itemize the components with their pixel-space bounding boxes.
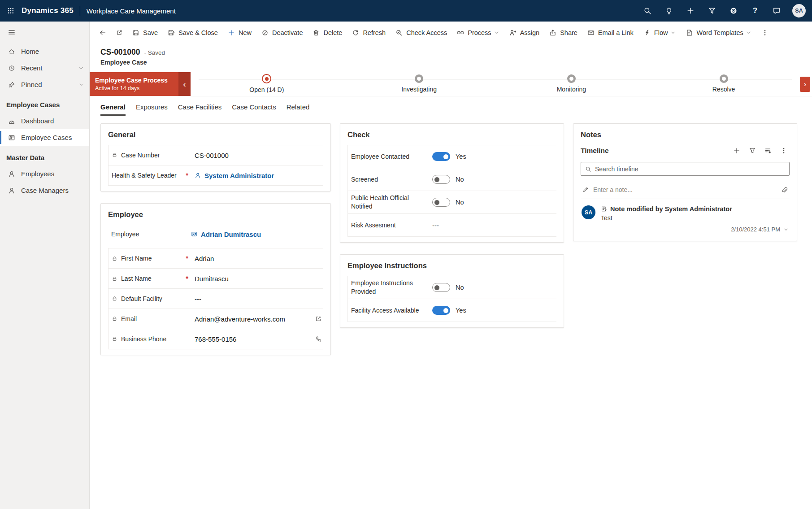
field-first-name[interactable]: First Name * Adrian: [109, 248, 323, 269]
chevron-down-icon[interactable]: [78, 82, 84, 87]
sidebar-group-master-data: Master Data: [0, 146, 89, 165]
bpf-collapse-button[interactable]: ‹: [178, 72, 191, 96]
tab-general[interactable]: General: [100, 103, 126, 116]
sidebar-item-employee-cases[interactable]: Employee Cases: [0, 129, 89, 146]
toggle-facility-access-available[interactable]: [432, 306, 450, 315]
stage-icon: [567, 74, 576, 83]
toggle-employee-instructions-provided[interactable]: [432, 283, 450, 292]
person-icon: [8, 187, 15, 194]
avatar[interactable]: SA: [792, 4, 806, 17]
timeline-note-item[interactable]: SA Note modified by System Administrator…: [581, 199, 790, 235]
lock-icon: [112, 316, 117, 322]
suggestions-button[interactable]: [660, 1, 678, 20]
tab-case-facilities[interactable]: Case Facilities: [178, 103, 222, 116]
person-icon: [8, 170, 15, 178]
toggle-screened[interactable]: [432, 175, 450, 184]
sitemap-toggle-button[interactable]: [8, 28, 16, 36]
bpf-stage-resolve[interactable]: Resolve: [672, 74, 775, 93]
sidebar-item-recent[interactable]: Recent: [0, 60, 89, 76]
page-header: CS-001000 - Saved Employee Case: [90, 44, 812, 70]
field-risk-assesment[interactable]: Risk Assesment ---: [348, 214, 556, 237]
compose-email-button[interactable]: [315, 316, 321, 322]
record-id: CS-001000: [100, 48, 140, 57]
call-phone-button[interactable]: [315, 336, 321, 342]
attach-file-button[interactable]: [781, 186, 788, 193]
lock-icon: [112, 296, 117, 301]
chevron-down-icon: [746, 30, 751, 35]
flow-button[interactable]: Flow: [638, 25, 681, 41]
sidebar-item-label: Case Managers: [21, 187, 69, 194]
word-templates-button[interactable]: Word Templates: [681, 25, 756, 41]
app-name: Dynamics 365: [22, 6, 74, 15]
settings-button[interactable]: [724, 1, 743, 20]
toggle-public-health-official-notified[interactable]: [432, 198, 450, 207]
bpf-process-badge[interactable]: Employee Case Process Active for 14 days: [90, 72, 178, 96]
dashboard-gauge-icon: [8, 117, 15, 125]
note-input[interactable]: [593, 186, 776, 193]
process-button[interactable]: Process: [452, 25, 504, 41]
popout-button[interactable]: [111, 25, 127, 41]
sidebar-item-label: Home: [21, 48, 39, 55]
chevron-down-icon[interactable]: [78, 65, 84, 71]
deactivate-button[interactable]: Deactivate: [256, 25, 308, 41]
search-button[interactable]: [638, 1, 657, 20]
refresh-button[interactable]: Refresh: [347, 25, 391, 41]
field-email[interactable]: Email Adrian@adventure-works.com: [109, 309, 323, 329]
sidebar-item-label: Employee Cases: [21, 134, 72, 141]
timeline-add-button[interactable]: [731, 145, 743, 157]
share-button[interactable]: Share: [544, 25, 582, 41]
more-vertical-icon: [761, 29, 769, 36]
chat-button[interactable]: [767, 1, 786, 20]
lookup-link[interactable]: Adrian Dumitrascu: [201, 231, 261, 238]
paperclip-icon: [781, 186, 788, 193]
back-button[interactable]: [94, 25, 111, 41]
bpf-stage-monitoring[interactable]: Monitoring: [520, 74, 623, 93]
field-last-name[interactable]: Last Name * Dumitrascu: [109, 269, 323, 289]
timeline-more-button[interactable]: [778, 145, 790, 157]
field-case-number[interactable]: Case Number CS-001000: [109, 145, 323, 165]
timeline-search[interactable]: [581, 162, 790, 176]
bpf-next-stage-button[interactable]: ›: [800, 77, 810, 92]
more-commands-button[interactable]: [756, 25, 773, 41]
filter-button[interactable]: [703, 1, 721, 20]
quick-create-button[interactable]: [681, 1, 700, 20]
help-button[interactable]: ?: [746, 1, 764, 20]
field-employee-lookup[interactable]: Employee Adrian Dumitrascu: [108, 225, 323, 244]
tab-related[interactable]: Related: [287, 103, 310, 116]
timeline-expand-records-button[interactable]: [762, 145, 774, 157]
sidebar-item-dashboard[interactable]: Dashboard: [0, 113, 89, 129]
save-and-close-button[interactable]: Save & Close: [163, 25, 223, 41]
app-area-name[interactable]: Workplace Care Management: [87, 7, 176, 15]
sidebar-item-home[interactable]: Home: [0, 43, 89, 60]
sidebar-item-case-managers[interactable]: Case Managers: [0, 182, 89, 199]
stage-icon: [720, 74, 728, 83]
toggle-employee-contacted[interactable]: [432, 152, 450, 161]
sidebar-item-employees[interactable]: Employees: [0, 165, 89, 182]
field-default-facility[interactable]: Default Facility ---: [109, 289, 323, 309]
note-input-row: [581, 180, 790, 199]
lookup-link[interactable]: System Administrator: [204, 172, 274, 179]
word-template-icon: [686, 29, 693, 36]
sidebar-item-pinned[interactable]: Pinned: [0, 76, 89, 93]
chat-icon: [773, 7, 781, 15]
home-icon: [8, 48, 15, 55]
sitemap-sidebar: Home Recent Pinned Employee Cases Dashbo…: [0, 22, 90, 509]
general-card: General Case Number CS-001000 Health & S…: [100, 123, 331, 191]
check-access-button[interactable]: Check Access: [391, 25, 452, 41]
bpf-stage-investigating[interactable]: Investigating: [368, 74, 471, 93]
topbar-left: Dynamics 365 Workplace Care Management: [0, 0, 176, 22]
bpf-stage-open[interactable]: Open (14 D): [215, 74, 318, 93]
chevron-down-icon[interactable]: [783, 227, 789, 232]
field-health-safety-leader[interactable]: Health & Safety Leader * System Administ…: [109, 165, 323, 186]
tab-case-contacts[interactable]: Case Contacts: [232, 103, 276, 116]
delete-button[interactable]: Delete: [308, 25, 347, 41]
timeline-search-input[interactable]: [595, 165, 785, 173]
app-launcher-button[interactable]: [0, 0, 22, 22]
save-button[interactable]: Save: [127, 25, 163, 41]
field-business-phone[interactable]: Business Phone 768-555-0156: [109, 329, 323, 349]
assign-button[interactable]: Assign: [504, 25, 545, 41]
timeline-filter-button[interactable]: [747, 145, 758, 157]
tab-exposures[interactable]: Exposures: [136, 103, 168, 116]
new-button[interactable]: New: [223, 25, 256, 41]
email-a-link-button[interactable]: Email a Link: [582, 25, 638, 41]
